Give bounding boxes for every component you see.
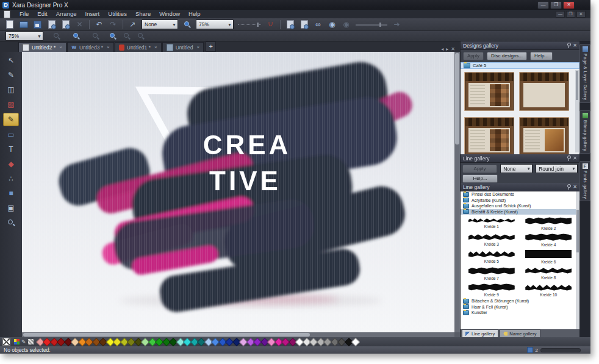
line-gallery-header[interactable]: Line gallery ✕ — [461, 183, 579, 191]
gallery-folder[interactable]: Ausgefallen und Schick (Kunst) — [461, 203, 579, 209]
close-panel-icon[interactable]: ✕ — [573, 155, 577, 161]
brush-item[interactable]: Kreide 8 — [520, 266, 578, 280]
zoom-value-select[interactable]: 75%▼ — [5, 31, 43, 41]
preview-browser-icon[interactable]: ◉ — [340, 20, 353, 30]
doc-restore-button[interactable]: ❐ — [566, 11, 575, 18]
line-gallery-controls-header[interactable]: Line gallery ✕ — [461, 154, 579, 163]
open-icon[interactable] — [17, 20, 30, 30]
document-tab[interactable]: Untitled2 *× — [18, 42, 66, 52]
line-width-select[interactable]: None▼ — [500, 164, 533, 173]
brush-item[interactable]: Kreide 9 — [463, 282, 520, 297]
color-editor-icon[interactable] — [14, 339, 20, 344]
menu-share[interactable]: Share — [131, 10, 155, 18]
brush-tool-selected[interactable]: ✎ — [3, 113, 19, 126]
gallery-folder[interactable]: Acrylfarbe (Kunst) — [461, 198, 579, 204]
close-tab-icon[interactable]: × — [154, 45, 157, 50]
join-type-select[interactable]: Round join▼ — [536, 164, 578, 173]
close-tab-icon[interactable]: × — [107, 45, 110, 50]
zoom-drawing-icon[interactable] — [120, 31, 133, 41]
gallery-folder[interactable]: Haar & Fell (Kunst) — [461, 304, 579, 310]
zoom-marker-icon[interactable] — [70, 31, 82, 41]
design-thumbnail[interactable] — [519, 72, 569, 111]
fill-tool[interactable]: ◆ — [4, 158, 18, 170]
side-tab[interactable]: Page & Layer Gallery — [579, 44, 590, 103]
undo-icon[interactable]: ↶ — [93, 20, 106, 30]
help-button[interactable]: Help... — [530, 52, 553, 60]
disc-designs-button[interactable]: Disc designs... — [487, 52, 527, 60]
close-panel-icon[interactable]: ✕ — [573, 43, 577, 48]
line-width-select[interactable]: None▼ — [142, 20, 178, 29]
pin-icon[interactable] — [566, 155, 570, 161]
shadow-tool[interactable]: ■ — [4, 187, 18, 199]
gallery-tab[interactable]: Line gallery — [462, 329, 498, 337]
brush-item[interactable]: Kreide 4 — [520, 232, 578, 247]
side-tab[interactable]: Fonts gallery — [579, 161, 590, 202]
design-thumbnail[interactable] — [519, 117, 569, 155]
close-button[interactable]: ✕ — [563, 1, 575, 9]
canvas-horizontal-scrollbar[interactable] — [22, 332, 454, 337]
zoom-page-icon[interactable] — [134, 31, 147, 41]
designs-folder-cafe5[interactable]: Café 5 — [461, 62, 579, 69]
edit-color-icon[interactable]: ✎ — [21, 339, 26, 345]
feather-slider[interactable] — [238, 22, 261, 27]
selector-tool[interactable]: ↖ — [4, 54, 18, 66]
doc-minimize-button[interactable]: — — [556, 11, 565, 18]
canvas[interactable]: CREA TIVE — [22, 52, 454, 332]
gallery-folder[interactable]: Pinsel des Dokuments — [461, 191, 579, 198]
line-help-button[interactable]: Help... — [462, 174, 498, 183]
brush-item[interactable]: Kreide 2 — [520, 216, 578, 230]
brush-item[interactable]: Kreide 6 — [520, 249, 578, 264]
close-tab-icon[interactable]: × — [59, 45, 62, 50]
next-page-icon[interactable]: ➔ — [390, 20, 403, 30]
eraser-tool[interactable]: ▨ — [4, 98, 18, 110]
menu-file[interactable]: File — [15, 10, 33, 18]
menu-arrange[interactable]: Arrange — [52, 10, 81, 18]
gallery-folder[interactable]: Bläschen & Störungen (Kunst) — [461, 298, 579, 304]
gallery-folder[interactable]: Bleistift & Kreide (Kunst) — [461, 209, 579, 215]
zoom-tool-icon[interactable] — [181, 20, 193, 30]
document-tab[interactable]: Untitled3 *× — [67, 42, 114, 52]
transparency-tool[interactable]: ∴ — [4, 173, 18, 185]
share-page-icon[interactable] — [298, 20, 310, 30]
quality-slider[interactable] — [356, 22, 387, 27]
text-tool[interactable]: T — [4, 143, 18, 155]
line-apply-button[interactable]: Apply — [462, 165, 497, 173]
pin-icon[interactable] — [566, 184, 570, 190]
transform-icon[interactable]: ↗ — [126, 20, 139, 30]
rectangle-tool[interactable]: ▭ — [4, 129, 18, 141]
delete-icon[interactable]: ✕ — [73, 20, 86, 30]
hyperlink-icon[interactable]: ∞ — [312, 20, 325, 30]
gallery-tab[interactable]: Name gallery — [500, 329, 540, 337]
menu-help[interactable]: Help — [184, 10, 205, 18]
brush-item[interactable]: Kreide 7 — [463, 266, 520, 280]
zoom-out-icon[interactable] — [50, 31, 63, 41]
gallery-folder[interactable]: Kunstler — [461, 310, 579, 316]
brush-item[interactable]: Kreide 10 — [520, 282, 578, 297]
design-thumbnail[interactable] — [464, 117, 514, 155]
no-color-swatch[interactable] — [2, 338, 10, 346]
color-swatch[interactable] — [351, 337, 360, 346]
save-icon[interactable] — [31, 20, 44, 30]
photo-tool[interactable]: ▣ — [4, 202, 18, 214]
menu-insert[interactable]: Insert — [81, 10, 104, 18]
brush-item[interactable]: Kreide 1 — [463, 216, 520, 230]
apply-button[interactable]: Apply — [463, 52, 484, 60]
zoom-tool[interactable] — [4, 216, 18, 229]
pin-icon[interactable] — [566, 43, 570, 48]
snap-magnet-icon[interactable]: ∩ — [264, 20, 277, 30]
zoom-level-select[interactable]: 75%▼ — [196, 20, 234, 29]
document-tab[interactable]: Untitled× — [162, 42, 204, 52]
zoom-previous-icon[interactable] — [89, 31, 102, 41]
freehand-tool[interactable]: ✎ — [4, 69, 18, 81]
shape-editor-tool[interactable]: ◫ — [4, 84, 18, 96]
menu-edit[interactable]: Edit — [33, 10, 51, 18]
zoom-selection-icon[interactable] — [106, 31, 119, 41]
new-document-tab-button[interactable]: + — [206, 41, 216, 52]
side-tab[interactable]: Bitmap gallery — [579, 110, 590, 154]
export-psd-icon[interactable] — [284, 20, 296, 30]
close-tab-icon[interactable]: × — [197, 45, 200, 50]
minimize-button[interactable]: — — [537, 1, 549, 9]
canvas-vertical-scrollbar[interactable] — [454, 52, 460, 332]
status-slider[interactable] — [540, 348, 581, 352]
import-icon[interactable] — [45, 20, 58, 30]
